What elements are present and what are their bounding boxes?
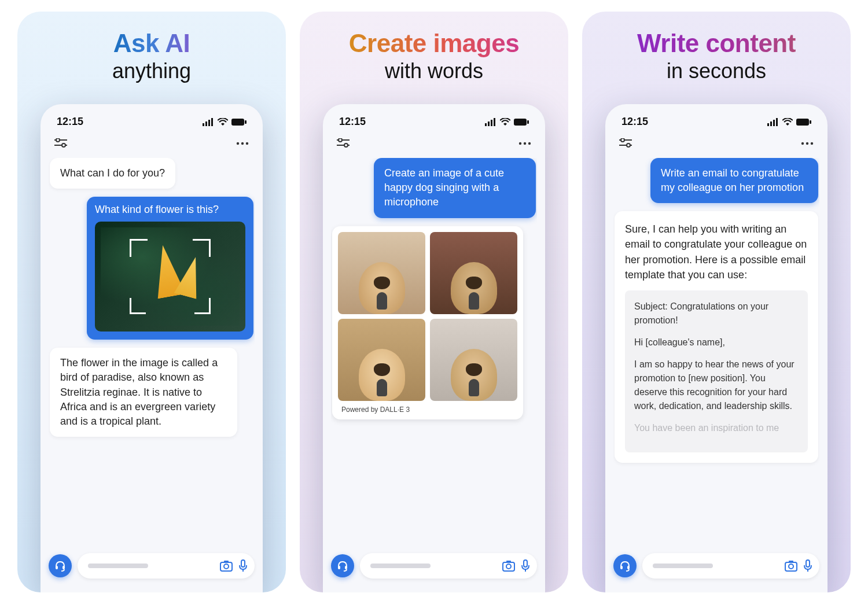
chat-area: Write an email to congratulate my collea… [613, 158, 819, 592]
svg-rect-4 [231, 119, 244, 126]
user-question-text: What kind of flower is this? [95, 204, 245, 216]
svg-rect-58 [806, 560, 810, 567]
settings-sliders-icon[interactable] [337, 138, 350, 149]
email-body-fade: You have been an inspiration to me [634, 421, 799, 435]
svg-rect-23 [494, 118, 495, 126]
camera-icon[interactable] [785, 560, 797, 572]
message-input[interactable] [360, 553, 537, 579]
battery-icon [231, 118, 247, 126]
status-bar: 12:15 [331, 113, 537, 135]
wifi-icon [782, 118, 793, 126]
svg-rect-40 [767, 123, 769, 126]
svg-rect-43 [776, 118, 778, 126]
scan-frame-icon [130, 239, 211, 314]
settings-sliders-icon[interactable] [54, 138, 67, 149]
svg-rect-17 [224, 561, 229, 563]
status-icons [485, 118, 529, 126]
headset-icon [619, 560, 631, 572]
microphone-icon[interactable] [803, 559, 812, 572]
camera-icon[interactable] [220, 560, 233, 572]
wifi-icon [500, 118, 510, 126]
headline-bottom: in seconds [637, 59, 796, 83]
status-bar: 12:15 [49, 113, 255, 135]
copilot-button[interactable] [49, 554, 72, 577]
battery-icon [514, 118, 529, 126]
message-input[interactable] [78, 553, 255, 579]
generated-image[interactable] [338, 232, 425, 314]
input-bar [613, 553, 819, 579]
settings-sliders-icon[interactable] [619, 138, 632, 149]
svg-rect-38 [524, 560, 527, 567]
svg-rect-22 [491, 120, 492, 126]
svg-rect-13 [56, 566, 58, 569]
svg-rect-54 [627, 566, 630, 569]
cellular-icon [767, 118, 779, 126]
camera-icon[interactable] [502, 560, 515, 572]
status-icons [767, 118, 811, 126]
headline-top: Ask AI [112, 29, 191, 58]
ai-email-response: Sure, I can help you with writing an ema… [615, 211, 818, 462]
ai-message: What can I do for you? [50, 158, 175, 189]
email-greeting: Hi [colleague's name], [634, 336, 799, 349]
headline: Create images with words [349, 29, 519, 83]
headline-top: Write content [637, 29, 796, 58]
copilot-button[interactable] [331, 554, 354, 577]
email-subject: Subject: Congratulations on your promoti… [634, 300, 799, 327]
microphone-icon[interactable] [238, 559, 248, 572]
ai-answer: The flower in the image is called a bird… [50, 348, 237, 437]
svg-rect-21 [488, 121, 490, 126]
wifi-icon [218, 118, 228, 126]
svg-point-27 [339, 138, 342, 142]
svg-rect-42 [773, 120, 775, 126]
svg-rect-14 [62, 566, 65, 569]
svg-rect-44 [796, 119, 809, 126]
status-time: 12:15 [621, 116, 648, 128]
more-icon[interactable] [236, 142, 249, 145]
svg-rect-45 [810, 120, 811, 124]
more-icon[interactable] [801, 142, 814, 145]
svg-rect-37 [506, 561, 511, 563]
image-grid [338, 232, 517, 401]
svg-point-47 [621, 138, 624, 142]
input-placeholder [88, 564, 148, 568]
cellular-icon [203, 118, 214, 126]
svg-point-12 [246, 142, 248, 145]
email-template: Subject: Congratulations on your promoti… [625, 290, 808, 452]
svg-point-49 [627, 143, 630, 147]
headset-icon [337, 560, 348, 572]
svg-rect-3 [211, 118, 213, 126]
app-top-bar [613, 135, 819, 158]
svg-point-11 [241, 142, 244, 145]
copilot-button[interactable] [613, 554, 637, 577]
app-top-bar [331, 135, 537, 158]
headline: Ask AI anything [112, 29, 191, 83]
svg-rect-1 [205, 121, 207, 126]
svg-point-32 [528, 142, 531, 145]
svg-rect-41 [770, 121, 772, 126]
svg-point-36 [506, 564, 511, 569]
status-bar: 12:15 [613, 113, 819, 135]
svg-point-51 [806, 142, 808, 145]
svg-rect-53 [620, 566, 623, 569]
promo-panel-ask-ai: Ask AI anything 12:15 What can I do for … [17, 12, 286, 592]
svg-point-10 [237, 142, 239, 145]
microphone-icon[interactable] [521, 559, 530, 572]
svg-rect-20 [485, 123, 487, 126]
svg-point-16 [224, 564, 229, 569]
more-icon[interactable] [518, 142, 531, 145]
promo-panel-create-images: Create images with words 12:15 Create an… [300, 12, 568, 592]
generated-image[interactable] [430, 319, 517, 401]
svg-rect-34 [345, 566, 347, 569]
email-body: I am so happy to hear the news of your p… [634, 358, 799, 413]
powered-by-label: Powered by DALL·E 3 [338, 401, 517, 415]
phone-mockup: 12:15 Write an email to congratulate my … [605, 104, 827, 592]
user-image-message: What kind of flower is this? [87, 197, 253, 340]
svg-rect-5 [245, 120, 247, 124]
generated-image[interactable] [430, 232, 517, 314]
chat-area: Create an image of a cute happy dog sing… [331, 158, 537, 592]
message-input[interactable] [642, 553, 819, 579]
svg-point-52 [811, 142, 813, 145]
generated-image[interactable] [338, 319, 425, 401]
headline: Write content in seconds [637, 29, 796, 83]
svg-point-31 [524, 142, 526, 145]
